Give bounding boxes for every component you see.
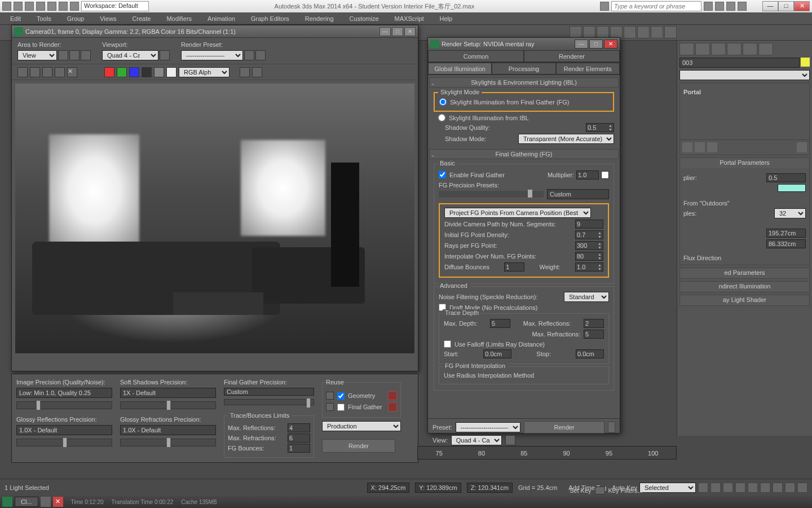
- app-icon[interactable]: [2, 2, 11, 11]
- alpha-channel[interactable]: [142, 67, 152, 77]
- undo-icon[interactable]: [47, 2, 56, 11]
- prev-frame-icon[interactable]: [710, 483, 721, 493]
- dropdown-icon[interactable]: [608, 422, 615, 433]
- menu-views[interactable]: Views: [95, 14, 121, 23]
- menu-maxscript[interactable]: MAXScript: [390, 14, 429, 23]
- fg-bounces-spin[interactable]: [288, 444, 310, 453]
- menu-graph[interactable]: Graph Editors: [246, 14, 294, 23]
- weight-spin[interactable]: 1.0▲▼: [575, 262, 603, 271]
- teapot-icon[interactable]: [651, 26, 663, 38]
- stack-icon[interactable]: [695, 142, 705, 152]
- menu-create[interactable]: Create: [127, 14, 155, 23]
- taskbar-close-icon[interactable]: ✕: [53, 497, 63, 507]
- tab-elements[interactable]: Render Elements: [556, 63, 620, 75]
- display-tab[interactable]: [743, 43, 757, 55]
- clone-icon[interactable]: [42, 67, 52, 77]
- tab-gi[interactable]: Global Illumination: [428, 63, 492, 75]
- lock-icon[interactable]: [160, 50, 170, 60]
- rollout-skylight[interactable]: -Skylights & Environment Lighting (IBL): [429, 77, 619, 87]
- delete-icon[interactable]: [388, 391, 397, 400]
- glossy-refr-slider[interactable]: [120, 439, 216, 446]
- geometry-checkbox[interactable]: [337, 392, 345, 400]
- maximize-button[interactable]: □: [778, 1, 794, 11]
- toolbar-icon[interactable]: [600, 2, 609, 11]
- clear-icon[interactable]: ✕: [67, 67, 77, 77]
- render-button[interactable]: Render: [322, 439, 395, 453]
- tab-common[interactable]: Common: [428, 50, 524, 62]
- render-icon[interactable]: [244, 50, 254, 60]
- glossy-refr-value[interactable]: [120, 425, 216, 435]
- color-swatch[interactable]: [778, 184, 806, 192]
- menu-rendering[interactable]: Rendering: [301, 14, 338, 23]
- lock-icon[interactable]: [505, 435, 515, 445]
- rollout-indirect[interactable]: ndirect Illumination: [680, 282, 809, 292]
- multiplier-spin[interactable]: 1.0: [576, 170, 599, 179]
- hierarchy-tab[interactable]: [711, 43, 726, 55]
- view-select[interactable]: Quad 4 - Camer: [451, 435, 502, 445]
- timeline[interactable]: 75 80 85 90 95 100: [417, 446, 677, 459]
- menu-tools[interactable]: Tools: [32, 14, 56, 23]
- production-select[interactable]: Production: [322, 421, 401, 431]
- img-precision-value[interactable]: [16, 388, 112, 398]
- help2-icon[interactable]: [715, 2, 724, 11]
- fg-preset-slider[interactable]: [439, 191, 544, 198]
- rollout-advanced[interactable]: ed Parameters: [680, 268, 809, 278]
- taskbar-icon[interactable]: [41, 497, 51, 507]
- enable-fg-checkbox[interactable]: [439, 171, 446, 178]
- goto-start-icon[interactable]: [698, 483, 708, 493]
- sky-fg-radio[interactable]: [439, 98, 447, 106]
- redo-icon[interactable]: [59, 2, 68, 11]
- rollout-portal-params[interactable]: Portal Parameters: [680, 158, 809, 168]
- channel-select[interactable]: RGB Alpha: [179, 67, 230, 77]
- toggle-icon[interactable]: [240, 67, 250, 77]
- save-icon[interactable]: [36, 2, 45, 11]
- density-spin[interactable]: 0.7▲▼: [575, 230, 603, 239]
- shadow-quality-spin[interactable]: 0.5▲▼: [586, 123, 614, 132]
- region-icon[interactable]: [69, 50, 80, 60]
- stack-icon[interactable]: [682, 142, 692, 152]
- interp-spin[interactable]: 80▲▼: [575, 252, 603, 261]
- preset-select[interactable]: -----------------------: [456, 422, 520, 432]
- rollout-fg[interactable]: -Final Gathering (FG): [429, 149, 619, 159]
- setkey-button[interactable]: Set Key: [570, 487, 592, 494]
- rays-spin[interactable]: 300▲▼: [575, 241, 603, 250]
- keymode-select[interactable]: Selected: [639, 483, 696, 493]
- modifier-list[interactable]: [679, 70, 810, 80]
- play-icon[interactable]: [723, 483, 733, 493]
- object-name-input[interactable]: [679, 58, 800, 68]
- help-icon[interactable]: [704, 2, 713, 11]
- falloff-checkbox[interactable]: [444, 340, 451, 348]
- gear-icon[interactable]: [255, 50, 266, 60]
- menu-modifiers[interactable]: Modifiers: [162, 14, 196, 23]
- tool-icon[interactable]: [637, 26, 650, 38]
- goto-end-icon[interactable]: [748, 483, 758, 493]
- menu-group[interactable]: Group: [63, 14, 89, 23]
- dim1-spin[interactable]: [766, 229, 806, 238]
- color-swatch[interactable]: [801, 58, 810, 67]
- lock-icon[interactable]: [326, 403, 334, 411]
- soft-shadow-value[interactable]: [120, 388, 216, 398]
- maximize-button[interactable]: □: [589, 40, 603, 49]
- close-button[interactable]: ✕: [604, 40, 617, 49]
- bounces-spin[interactable]: 1: [504, 262, 524, 271]
- app-icon[interactable]: [2, 497, 12, 507]
- save-icon[interactable]: [17, 67, 28, 77]
- region-icon[interactable]: [81, 50, 91, 60]
- color-swatch[interactable]: [601, 171, 609, 179]
- viewport-select[interactable]: Quad 4 - Camera0: [102, 50, 158, 60]
- rollout-shader[interactable]: ay Light Shader: [680, 295, 809, 305]
- max-refl-spin[interactable]: [288, 423, 310, 432]
- nav-icon[interactable]: [773, 483, 783, 493]
- taskbar-button[interactable]: Cl...: [15, 497, 38, 507]
- delete-icon[interactable]: [388, 402, 397, 411]
- close-button[interactable]: ✕: [794, 1, 810, 11]
- area-render-select[interactable]: View: [17, 50, 57, 60]
- tool-icon[interactable]: [624, 26, 636, 38]
- close-button[interactable]: ✕: [404, 27, 416, 36]
- next-frame-icon[interactable]: [735, 483, 745, 493]
- sky-ibl-radio[interactable]: [438, 114, 445, 121]
- fg-precision-slider[interactable]: [224, 399, 314, 405]
- maxrefr-spin[interactable]: 5: [584, 330, 604, 339]
- nav-icon[interactable]: [760, 483, 770, 493]
- fg-checkbox[interactable]: [337, 404, 345, 411]
